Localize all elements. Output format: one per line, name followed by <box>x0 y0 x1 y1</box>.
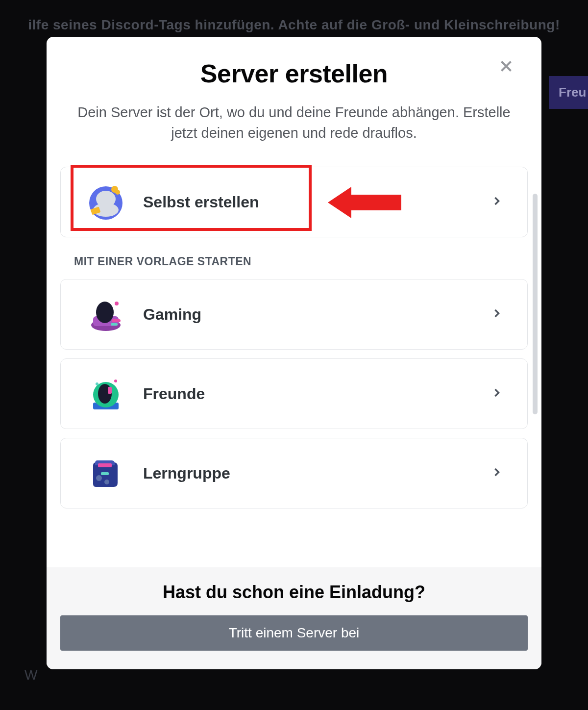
background-friend-button: Freu <box>549 76 588 109</box>
join-server-button[interactable]: Tritt einem Server bei <box>60 615 528 651</box>
svg-point-9 <box>115 302 119 305</box>
svg-point-19 <box>96 475 102 481</box>
create-own-option[interactable]: Selbst erstellen <box>60 167 528 237</box>
modal-title: Server erstellen <box>47 59 541 88</box>
chevron-right-icon <box>490 465 504 481</box>
option-label: Lerngruppe <box>143 464 490 482</box>
modal-scroll-area[interactable]: Server erstellen Dein Server ist der Ort… <box>47 37 541 567</box>
gaming-icon <box>86 295 125 334</box>
chevron-right-icon <box>490 386 504 402</box>
background-hint-text: ilfe seines Discord-Tags hinzufügen. Ach… <box>0 17 588 33</box>
svg-point-16 <box>114 380 117 382</box>
svg-point-8 <box>96 302 114 323</box>
background-bottom-text: W <box>24 667 37 683</box>
footer-title: Hast du schon eine Einladung? <box>60 582 528 603</box>
close-button[interactable] <box>495 56 517 78</box>
template-friends-option[interactable]: Freunde <box>60 358 528 429</box>
svg-point-20 <box>104 480 109 484</box>
svg-rect-15 <box>108 387 112 394</box>
template-section-header: MIT EINER VORLAGE STARTEN <box>74 255 528 268</box>
svg-rect-18 <box>98 463 112 467</box>
scrollbar-thumb[interactable] <box>533 194 538 414</box>
modal-footer: Hast du schon eine Einladung? Tritt eine… <box>47 567 541 669</box>
template-gaming-option[interactable]: Gaming <box>60 279 528 350</box>
study-icon <box>86 454 125 493</box>
svg-point-4 <box>115 190 120 195</box>
option-label: Selbst erstellen <box>143 193 490 211</box>
svg-rect-10 <box>112 319 121 322</box>
svg-point-17 <box>96 382 98 385</box>
close-icon <box>497 57 515 77</box>
chevron-right-icon <box>490 194 504 210</box>
create-server-modal: Server erstellen Dein Server ist der Ort… <box>47 37 541 669</box>
friends-icon <box>86 374 125 413</box>
svg-rect-11 <box>111 323 118 326</box>
chevron-right-icon <box>490 306 504 322</box>
option-label: Freunde <box>143 385 490 403</box>
template-study-option[interactable]: Lerngruppe <box>60 438 528 508</box>
options-container: Selbst erstellen MIT EINER VORLAGE START… <box>47 167 541 508</box>
svg-rect-21 <box>101 472 109 475</box>
modal-subtitle: Dein Server ist der Ort, wo du und deine… <box>47 102 541 143</box>
create-own-icon <box>86 182 125 222</box>
option-label: Gaming <box>143 305 490 324</box>
